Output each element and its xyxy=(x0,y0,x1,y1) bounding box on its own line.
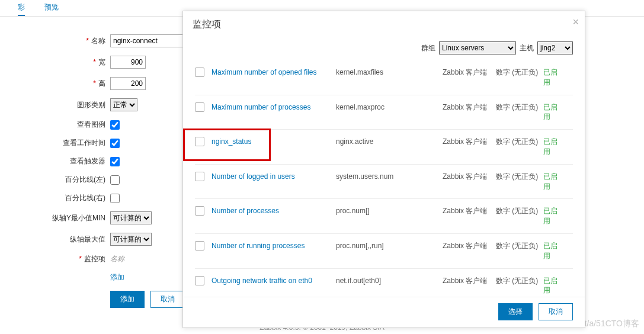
item-status: 已启用 xyxy=(543,241,563,261)
item-type: Zabbix 客户端 xyxy=(443,241,496,251)
label-show-worktime: 查看工作时间 xyxy=(0,138,110,148)
label-yaxis-max: 纵轴最大值 xyxy=(0,235,110,245)
item-value-type: 数字 (无正负) xyxy=(496,276,543,286)
item-name-link[interactable]: Outgoing network traffic on eth0 xyxy=(212,277,312,285)
item-type: Zabbix 客户端 xyxy=(443,102,496,113)
add-button[interactable]: 添加 xyxy=(110,291,145,308)
table-row: Number of running processesproc.num[,,ru… xyxy=(195,234,573,269)
item-key: system.users.num xyxy=(336,172,443,182)
item-value-type: 数字 (无正负) xyxy=(496,137,543,147)
items-column-name: 名称 xyxy=(110,254,169,264)
perc-right-check[interactable] xyxy=(110,194,120,203)
item-name-link[interactable]: Maximum number of processes xyxy=(212,103,310,111)
row-checkbox[interactable] xyxy=(195,276,204,285)
item-type: Zabbix 客户端 xyxy=(443,68,496,78)
label-graph-type: 图形类别 xyxy=(0,100,110,110)
row-checkbox[interactable] xyxy=(195,206,204,216)
label-show-triggers: 查看触发器 xyxy=(0,156,110,166)
modal-select-button[interactable]: 选择 xyxy=(498,303,533,320)
item-value-type: 数字 (无正负) xyxy=(496,68,543,78)
item-key: proc.num[,,run] xyxy=(336,241,443,251)
item-type: Zabbix 客户端 xyxy=(443,276,496,286)
filter-host-label: 主机 xyxy=(520,43,534,53)
filter-group-select[interactable]: Linux servers xyxy=(439,41,516,54)
item-key: kernel.maxproc xyxy=(336,102,443,113)
modal-body[interactable]: Maximum number of opened fileskernel.max… xyxy=(183,60,585,297)
item-status: 已启用 xyxy=(543,137,563,157)
filter-host-select[interactable]: jing2 xyxy=(537,41,573,54)
item-key: nginx.active xyxy=(336,137,443,147)
item-value-type: 数字 (无正负) xyxy=(496,241,543,251)
item-name-link[interactable]: Number of running processes xyxy=(212,242,305,250)
label-width: 宽 xyxy=(98,58,105,66)
row-checkbox[interactable] xyxy=(195,172,204,181)
item-name-link[interactable]: nginx_status xyxy=(212,137,251,146)
item-key: net.if.out[eth0] xyxy=(336,276,443,286)
close-icon[interactable]: × xyxy=(572,16,579,28)
yaxis-min-select[interactable]: 可计算的 xyxy=(110,211,152,224)
show-legend-check[interactable] xyxy=(110,120,120,130)
item-status: 已启用 xyxy=(543,276,563,296)
table-row: Maximum number of processeskernel.maxpro… xyxy=(195,95,573,130)
label-items: 监控项 xyxy=(84,255,105,263)
show-triggers-check[interactable] xyxy=(110,157,120,166)
table-row: Number of logged in userssystem.users.nu… xyxy=(195,165,573,200)
item-status: 已启用 xyxy=(543,172,563,192)
width-input[interactable] xyxy=(110,56,146,69)
item-name-link[interactable]: Number of processes xyxy=(212,207,279,215)
table-row: nginx_statusnginx.activeZabbix 客户端数字 (无正… xyxy=(195,130,573,165)
label-name: 名称 xyxy=(91,37,105,45)
cancel-button[interactable]: 取消 xyxy=(150,291,185,308)
item-key: proc.num[] xyxy=(336,206,443,216)
yaxis-max-select[interactable]: 可计算的 xyxy=(110,233,152,246)
item-value-type: 数字 (无正负) xyxy=(496,206,543,216)
item-status: 已启用 xyxy=(543,206,563,226)
item-value-type: 数字 (无正负) xyxy=(496,102,543,113)
height-input[interactable] xyxy=(110,77,146,90)
row-checkbox[interactable] xyxy=(195,68,204,77)
item-value-type: 数字 (无正负) xyxy=(496,172,543,182)
item-status: 已启用 xyxy=(543,102,563,123)
label-perc-right: 百分比线(右) xyxy=(0,193,110,203)
tab-preview[interactable]: 预览 xyxy=(44,3,59,15)
item-key: kernel.maxfiles xyxy=(336,68,443,78)
items-modal: 监控项 × 群组 Linux servers 主机 jing2 Maximum … xyxy=(182,11,585,328)
filter-group-label: 群组 xyxy=(421,43,435,53)
graph-type-select[interactable]: 正常 xyxy=(110,98,137,111)
label-perc-left: 百分比线(左) xyxy=(0,175,110,185)
items-add-link[interactable]: 添加 xyxy=(110,272,124,282)
item-status: 已启用 xyxy=(543,68,563,88)
row-checkbox[interactable] xyxy=(195,137,204,146)
label-height: 高 xyxy=(98,79,105,88)
perc-left-check[interactable] xyxy=(110,175,120,185)
item-name-link[interactable]: Number of logged in users xyxy=(212,172,295,181)
row-checkbox[interactable] xyxy=(195,241,204,250)
item-type: Zabbix 客户端 xyxy=(443,172,496,182)
row-checkbox[interactable] xyxy=(195,102,204,112)
show-worktime-check[interactable] xyxy=(110,139,120,148)
table-row: Number of processesproc.num[]Zabbix 客户端数… xyxy=(195,199,573,234)
table-row: Outgoing network traffic on eth0net.if.o… xyxy=(195,269,573,297)
modal-cancel-button[interactable]: 取消 xyxy=(539,303,573,320)
tab-graph[interactable]: 彩 xyxy=(18,3,25,16)
modal-title: 监控项 xyxy=(193,19,221,29)
item-type: Zabbix 客户端 xyxy=(443,137,496,147)
table-row: Maximum number of opened fileskernel.max… xyxy=(195,60,573,95)
item-type: Zabbix 客户端 xyxy=(443,206,496,216)
label-yaxis-min: 纵轴Y最小值MIN xyxy=(0,213,110,223)
item-name-link[interactable]: Maximum number of opened files xyxy=(212,68,316,76)
label-show-legend: 查看图例 xyxy=(0,120,110,130)
